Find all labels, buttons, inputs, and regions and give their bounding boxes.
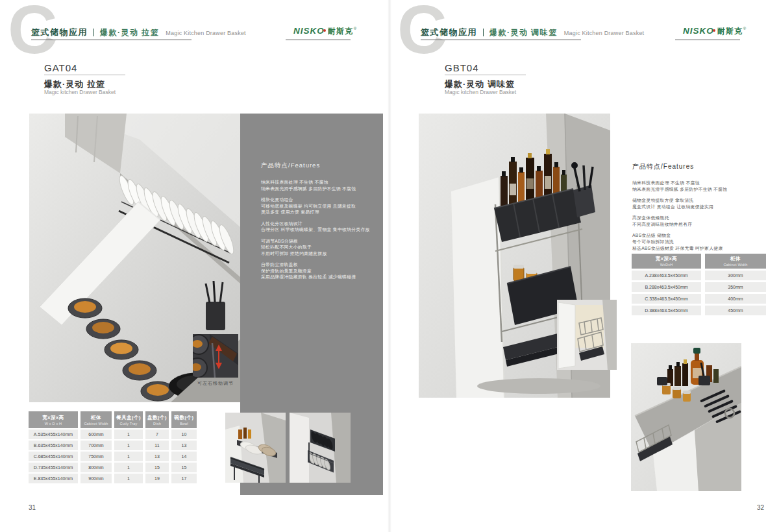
header-subtitle: 爆款·灵动 拉篮 xyxy=(100,27,159,38)
header-subtitle-en: Magic Kitchen Drawer Basket xyxy=(564,30,644,36)
feature-line: 可移动底板及碗碟架 均可独立使用 且随意提取 xyxy=(261,203,381,210)
catalog-page-right: C 篮式储物应用 爆款·灵动 调味篮 Magic Kitchen Drawer … xyxy=(390,0,779,532)
table-header-cell: 宽x深x高W x D x H xyxy=(29,411,78,428)
header-en: Dish xyxy=(153,422,161,426)
page-gutter xyxy=(388,0,391,532)
trademark-symbol: ® xyxy=(354,27,356,30)
header-en: WxDxH xyxy=(660,263,673,267)
table-cell: 1 xyxy=(114,474,143,483)
header-en: W x D x H xyxy=(45,422,62,426)
brand-logo-cn: 耐斯克 xyxy=(328,26,353,37)
inset-caption: 可左右移动调节 xyxy=(177,380,254,387)
features-block: 产品特点/Features 纳米科技表面处理 不生锈 不腐蚀 纳米表面光滑手感细… xyxy=(632,162,765,256)
table-cell: 450mm xyxy=(705,306,766,315)
table-row: A.238x463.5x450mm 300mm xyxy=(632,271,766,280)
feature-line: 采用品牌缓冲隐藏滑轨 推拉轻柔 减少碗碟碰撞 xyxy=(261,274,381,280)
feature-line: 灵活多变 使用方便 更易打理 xyxy=(261,209,381,215)
table-header-cell: 宽x深x高WxDxH xyxy=(632,254,701,269)
feature-line: 每个可单独拆卸清洗 xyxy=(632,239,765,245)
countertop-photo xyxy=(631,343,741,491)
table-row: B.288x463.5x450mm 350mm xyxy=(632,282,766,292)
feature-line: 精选ABS食品级材质 环保无毒 呵护家人健康 xyxy=(632,245,765,252)
table-cell: A.238x463.5x450mm xyxy=(632,271,701,280)
header-en: Cutly Tray xyxy=(120,422,138,426)
feature-group: 自带防尘滑轨盖板 保护滑轨的悬重及顺滑度 采用品牌缓冲隐藏滑轨 推拉轻柔 减少碗… xyxy=(261,261,381,280)
table-cell: 750mm xyxy=(80,452,112,461)
header-cn: 盘数(个) xyxy=(147,415,167,421)
feature-line: 储物盒灵动提取方便 拿取清洗 xyxy=(632,197,765,204)
feature-line: 纳米科技表面处理 不生锈 不腐蚀 xyxy=(632,180,765,186)
feature-line: 模块化灵动组合 xyxy=(261,197,381,203)
feature-group: 可调节ABS分隔板 轻松匹配不同大小的瓶子 不用时可拆卸 拒绝约束随意摆放 xyxy=(261,238,381,257)
table-cell: 14 xyxy=(171,452,197,461)
adjust-detail-scene xyxy=(193,334,238,378)
table-cell: 11 xyxy=(145,441,169,450)
feature-line: 合理分区 科学收纳碗碟架、置物盒 集中收纳分类存放 xyxy=(261,226,381,233)
table-header-cell: 盘数(个)Dish xyxy=(145,411,169,428)
table-cell: 300mm xyxy=(705,271,766,280)
table-cell: 1 xyxy=(114,452,143,461)
small-product-photo-2 xyxy=(290,413,351,483)
header-en: Cabinet Width xyxy=(84,422,108,426)
features-title: 产品特点/Features xyxy=(632,162,765,171)
table-header-cell: 柜体Cabinet Width xyxy=(80,411,112,428)
table-cell: 1 xyxy=(114,429,143,439)
table-cell: 15 xyxy=(145,463,169,472)
table-cell: 600mm xyxy=(80,429,112,439)
table-cell: 900mm xyxy=(80,474,112,483)
spec-table: 宽x深x高WxDxH 柜体Cabinet Width A.238x463.5x4… xyxy=(632,254,766,317)
feature-line: ABS食品级 储物盒 xyxy=(632,232,765,239)
table-cell: 19 xyxy=(145,474,169,483)
header-cn: 宽x深x高 xyxy=(656,256,677,262)
feature-line: 纳米科技表面处理 不生锈 不腐蚀 xyxy=(261,179,381,186)
small-product-photo-1 xyxy=(225,413,286,483)
table-cell: D.388x463.5x450mm xyxy=(632,306,701,315)
features-title: 产品特点/Features xyxy=(261,162,381,170)
product-code-rule xyxy=(44,75,125,75)
table-cell: B.635x455x140mm xyxy=(29,441,78,450)
table-row: C.338x463.5x450mm 400mm xyxy=(632,294,766,304)
table-cell: 10 xyxy=(171,429,197,439)
feature-line: 不用时可拆卸 拒绝约束随意摆放 xyxy=(261,250,381,257)
double-basket-scene xyxy=(290,413,351,483)
header-rule xyxy=(31,40,192,40)
header-divider xyxy=(93,29,94,36)
header-category: 篮式储物应用 xyxy=(31,27,88,38)
feature-group: ABS食品级 储物盒 每个可单独拆卸清洗 精选ABS食品级材质 环保无毒 呵护家… xyxy=(632,232,765,252)
table-cell: 700mm xyxy=(80,441,112,450)
table-row: B.635x455x140mm 700mm 1 11 13 xyxy=(29,441,197,450)
trademark-symbol: ® xyxy=(743,27,746,30)
table-cell: A.535x455x140mm xyxy=(29,429,78,439)
table-cell: 800mm xyxy=(80,463,112,472)
table-cell: 1 xyxy=(114,463,143,472)
table-row: E.835x455x140mm 900mm 1 19 17 xyxy=(29,474,197,483)
feature-line: 可调节ABS分隔板 xyxy=(261,238,381,245)
feature-group: 人性化分区收纳设计 合理分区 科学收纳碗碟架、置物盒 集中收纳分类存放 xyxy=(261,221,381,233)
header-rule xyxy=(421,40,581,40)
table-cell: 13 xyxy=(171,441,197,450)
table-header-cell: 柜体Cabinet Width xyxy=(705,254,766,269)
product-code: GBT04 xyxy=(445,62,479,73)
product-name-en: Magic kitchen Drawer Basket xyxy=(445,89,516,95)
brand-logo-text: NISKO xyxy=(293,26,325,36)
table-cell: C.685x455x140mm xyxy=(29,452,78,461)
page-header: 篮式储物应用 爆款·灵动 拉篮 Magic Kitchen Drawer Bas… xyxy=(31,27,246,38)
detail-inset-photo xyxy=(193,334,238,378)
spec-table: 宽x深x高W x D x H 柜体Cabinet Width 餐具盒(个)Cut… xyxy=(29,411,197,485)
header-cn: 宽x深x高 xyxy=(42,415,64,421)
catalog-page-left: C 篮式储物应用 爆款·灵动 拉篮 Magic Kitchen Drawer B… xyxy=(0,0,390,532)
page-header: 篮式储物应用 爆款·灵动 调味篮 Magic Kitchen Drawer Ba… xyxy=(421,27,644,38)
table-cell: D.735x455x140mm xyxy=(29,463,78,472)
logo-rule xyxy=(286,40,351,40)
table-row: D.735x455x140mm 800mm 1 15 15 xyxy=(29,463,197,472)
logo-red-dot xyxy=(323,29,326,32)
product-code: GAT04 xyxy=(44,62,77,73)
table-header-cell: 餐具盒(个)Cutly Tray xyxy=(114,411,143,428)
feature-group: 纳米科技表面处理 不生锈 不腐蚀 纳米表面光滑手感细腻 多层防护不生锈 不腐蚀 xyxy=(632,180,765,193)
countertop-scene xyxy=(631,343,741,491)
feature-line: 纳米表面光滑手感细腻 多层防护不生锈 不腐蚀 xyxy=(632,186,765,193)
table-cell: C.338x463.5x450mm xyxy=(632,294,701,304)
small-product-photo xyxy=(557,300,617,370)
table-header-row: 宽x深x高W x D x H 柜体Cabinet Width 餐具盒(个)Cut… xyxy=(29,411,197,428)
table-cell: 350mm xyxy=(705,282,766,292)
